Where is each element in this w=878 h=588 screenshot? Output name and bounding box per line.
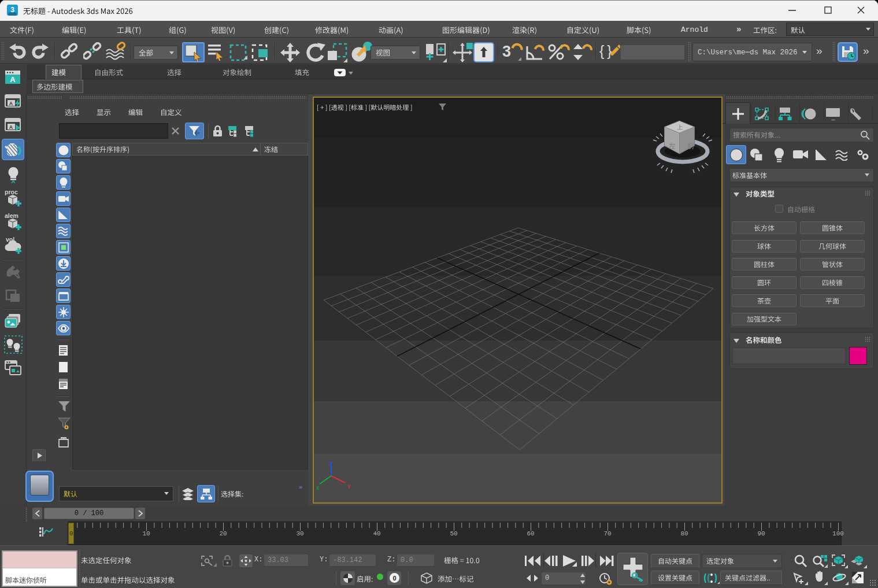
svg-text:A: A [9,101,13,106]
svg-text:0: 0 [392,575,396,582]
svg-text:y: y [347,483,350,489]
svg-text:proc: proc [5,188,18,195]
svg-text:A: A [9,124,13,130]
svg-text:3: 3 [10,6,14,14]
svg-text:A: A [10,75,16,84]
svg-text:alem: alem [5,212,18,219]
svg-text:A: A [12,179,16,183]
svg-text:x: x [316,485,319,491]
svg-text:z: z [329,460,332,467]
